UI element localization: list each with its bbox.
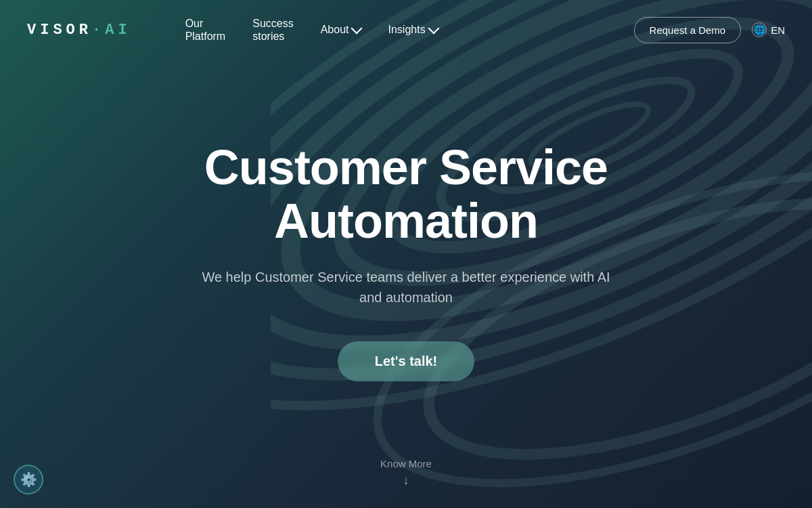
globe-icon: 🌐 [752,22,767,37]
know-more-section[interactable]: Know More ↓ [380,458,432,488]
hero-content: Customer Service Automation We help Cust… [0,60,812,442]
nav-item-our-platform[interactable]: Our Platform [172,12,240,48]
logo-text: VISOR·AI [27,22,131,39]
help-widget[interactable]: ⚙️ [14,465,43,494]
widget-icon: ⚙️ [20,471,37,488]
nav-item-insights[interactable]: Insights [374,18,451,43]
logo[interactable]: VISOR·AI [27,22,131,39]
hero-subtitle: We help Customer Service teams deliver a… [196,267,616,308]
logo-wordmark: VISOR [27,22,92,39]
know-more-label: Know More [380,458,432,469]
nav-links: Our Platform Success stories About Insig… [172,12,634,48]
down-arrow-icon: ↓ [403,473,409,488]
lets-talk-button[interactable]: Let's talk! [338,341,475,381]
language-label: EN [771,24,785,36]
nav-right: Request a Demo 🌐 EN [634,17,785,43]
chevron-down-icon [351,22,363,34]
logo-suffix: ·AI [92,22,131,39]
chevron-down-icon [428,22,439,34]
hero-title: Customer Service Automation [102,141,710,248]
request-demo-button[interactable]: Request a Demo [634,17,742,43]
navbar: VISOR·AI Our Platform Success stories Ab… [0,0,812,60]
nav-item-about[interactable]: About [307,18,375,43]
nav-item-success-stories[interactable]: Success stories [239,12,307,48]
language-selector[interactable]: 🌐 EN [752,22,785,37]
